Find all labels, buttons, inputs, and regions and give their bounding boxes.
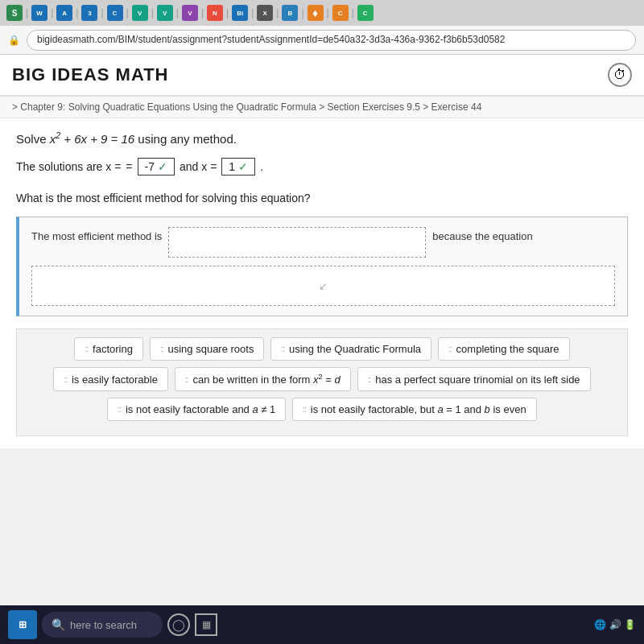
browser-chrome: S | W | A | 3 | C | V | V | V | N | Bi |… (0, 0, 644, 55)
tab-sep9: | (226, 7, 229, 19)
chip-easily-factorable[interactable]: :: is easily factorable (53, 367, 168, 391)
start-button[interactable]: ⊞ (8, 610, 37, 639)
solutions-prefix: The solutions are x = (16, 160, 121, 173)
tab-s[interactable]: S (6, 5, 23, 21)
answer-box-2[interactable]: 1 ✓ (221, 158, 255, 175)
chip-factoring-label: factoring (93, 343, 133, 355)
bim-header: BIG IDEAS MATH ⏱ (0, 55, 644, 97)
checkmark-1: ✓ (158, 160, 167, 173)
chip-quadratic-formula-label: using the Quadratic Formula (289, 343, 421, 355)
checkmark-2: ✓ (238, 160, 248, 173)
tab-gem[interactable]: ♦ (308, 5, 324, 21)
chips-row-2: :: is easily factorable :: can be writte… (29, 367, 615, 391)
chip-square-roots[interactable]: :: using square roots (150, 337, 265, 361)
reason-dropdown[interactable]: ↙ (31, 266, 615, 306)
chip-factoring[interactable]: :: factoring (74, 337, 142, 361)
question-text: What is the most efficient method for so… (16, 192, 628, 204)
tab-sep14: | (352, 7, 354, 19)
answer-2-value: 1 (229, 160, 235, 173)
chip-not-factorable-a-label: is not easily factorable and a ≠ 1 (126, 403, 275, 415)
tab-sep10: | (251, 7, 254, 19)
answer-1-value: -7 (145, 160, 155, 173)
tab-3[interactable]: 3 (81, 5, 97, 21)
tab-c2[interactable]: C (332, 5, 349, 21)
tab-x[interactable]: X (257, 5, 273, 21)
tab-b[interactable]: B (282, 5, 298, 21)
equation: x2 + 6x + 9 = 16 (50, 132, 135, 146)
cursor-icon: ↙ (319, 280, 328, 292)
taskbar-circle-btn[interactable]: ◯ (167, 613, 190, 636)
main-content: BIG IDEAS MATH ⏱ > Chapter 9: Solving Qu… (0, 55, 644, 605)
answer-box-1[interactable]: -7 ✓ (138, 158, 175, 175)
taskbar-icons: 🌐 🔊 🔋 (594, 619, 636, 630)
chip-completing-square[interactable]: :: completing the square (438, 337, 569, 361)
taskbar-square-btn[interactable]: ▦ (195, 613, 217, 636)
tab-sep7: | (176, 7, 179, 19)
drag-handle-9: :: (303, 405, 306, 414)
tab-sep6: | (151, 7, 154, 19)
bim-logo: BIG IDEAS MATH (12, 64, 168, 85)
drag-handle-6: :: (185, 375, 188, 384)
drag-handle-4: :: (448, 345, 452, 353)
and-text: and x = (180, 160, 217, 173)
tab-sep4: | (101, 7, 103, 19)
dropdown-area: The most efficient method is because the… (16, 217, 628, 316)
exercise-content: Solve x2 + 6x + 9 = 16 using any method.… (0, 118, 644, 448)
tab-sep5: | (126, 7, 129, 19)
drag-handle-5: :: (64, 375, 67, 384)
address-bar: 🔒 bigideasmath.com/BIM/student/assignmen… (0, 26, 644, 55)
tab-sep13: | (327, 7, 329, 19)
chip-perfect-square[interactable]: :: has a perfect square trinomial on its… (357, 367, 591, 391)
chip-easily-factorable-label: is easily factorable (72, 374, 158, 386)
dropdown-suffix: because the equation (432, 227, 532, 242)
taskbar-search[interactable]: 🔍 here to search (42, 612, 163, 638)
lock-icon: 🔒 (8, 35, 20, 46)
drag-handle-1: :: (85, 345, 88, 353)
drag-handle-2: :: (160, 345, 163, 353)
chip-quadratic-formula[interactable]: :: using the Quadratic Formula (270, 337, 431, 361)
chip-form-x2d[interactable]: :: can be written in the form x2 = d (175, 367, 351, 391)
tab-v2[interactable]: V (157, 5, 173, 21)
solutions-row: The solutions are x = = -7 ✓ and x = 1 ✓… (16, 158, 628, 175)
tab-v1[interactable]: V (132, 5, 148, 21)
drag-handle-7: :: (368, 375, 371, 384)
chip-completing-square-label: completing the square (456, 343, 559, 355)
tab-sep2: | (51, 7, 53, 19)
tab-bar: S | W | A | 3 | C | V | V | V | N | Bi |… (0, 0, 644, 26)
chips-area: :: factoring :: using square roots :: us… (16, 328, 628, 436)
taskbar: ⊞ 🔍 here to search ◯ ▦ 🌐 🔊 🔋 (0, 605, 644, 644)
address-input[interactable]: bigideasmath.com/BIM/student/assignment?… (27, 30, 636, 51)
tab-sep: | (26, 7, 28, 19)
drag-handle-3: :: (281, 345, 284, 353)
tab-sep3: | (76, 7, 78, 19)
tab-c3[interactable]: C (357, 5, 374, 21)
tab-a[interactable]: A (56, 5, 72, 21)
chip-not-factorable-a[interactable]: :: is not easily factorable and a ≠ 1 (107, 398, 286, 421)
tab-w[interactable]: W (31, 5, 47, 21)
tab-bi[interactable]: Bi (232, 5, 248, 21)
breadcrumb: > Chapter 9: Solving Quadratic Equations… (0, 97, 644, 118)
chips-row-3: :: is not easily factorable and a ≠ 1 ::… (29, 398, 615, 421)
chip-not-factorable-b[interactable]: :: is not easily factorable, but a = 1 a… (292, 398, 536, 421)
equals-sign: = (126, 160, 132, 173)
problem-statement: Solve x2 + 6x + 9 = 16 using any method. (16, 130, 628, 146)
tab-n[interactable]: N (207, 5, 223, 21)
chip-square-roots-label: using square roots (167, 343, 254, 355)
dropdown-row: The most efficient method is because the… (31, 227, 615, 258)
dropdown-prefix: The most efficient method is (31, 227, 162, 242)
drag-handle-8: :: (118, 405, 121, 414)
taskbar-search-label: here to search (70, 619, 137, 631)
chips-row-1: :: factoring :: using square roots :: us… (29, 337, 615, 361)
chip-not-factorable-b-label: is not easily factorable, but a = 1 and … (311, 403, 526, 415)
chip-perfect-square-label: has a perfect square trinomial on its le… (375, 374, 580, 386)
tab-sep11: | (276, 7, 279, 19)
tab-sep8: | (201, 7, 204, 19)
tab-sep12: | (301, 7, 303, 19)
period: . (260, 160, 263, 173)
chip-form-x2d-label: can be written in the form x2 = d (192, 373, 340, 386)
tab-v3[interactable]: V (182, 5, 198, 21)
method-dropdown[interactable] (168, 227, 426, 258)
timer-icon[interactable]: ⏱ (608, 63, 632, 87)
tab-c1[interactable]: C (107, 5, 123, 21)
